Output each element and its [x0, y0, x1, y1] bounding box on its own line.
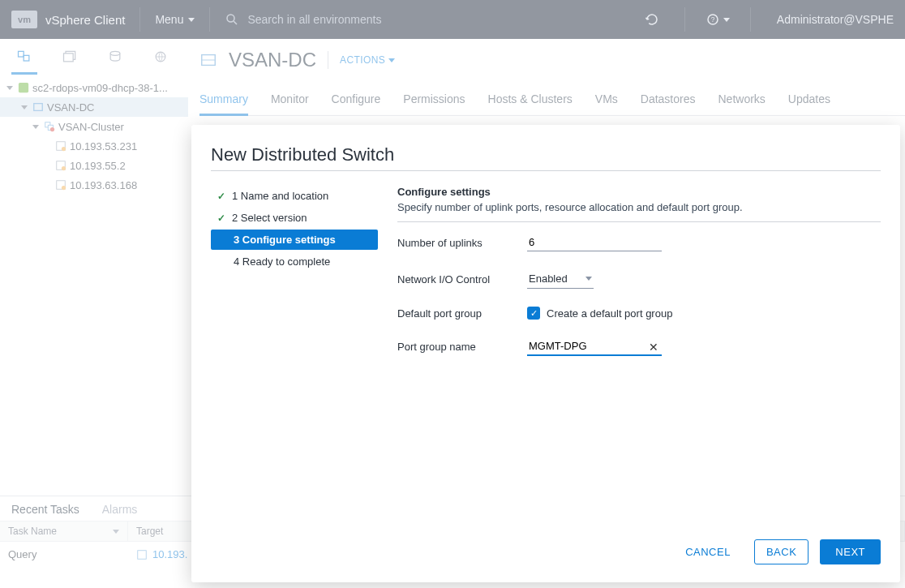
nioc-select[interactable]: Enabled	[527, 269, 594, 289]
modal-title: New Distributed Switch	[211, 144, 881, 171]
configure-settings-form: Configure settings Specify number of upl…	[397, 186, 881, 528]
label-uplinks: Number of uplinks	[397, 237, 527, 249]
cancel-button[interactable]: CANCEL	[673, 539, 743, 564]
row-nioc: Network I/O Control Enabled	[397, 269, 881, 289]
row-uplinks: Number of uplinks	[397, 234, 881, 251]
row-pg-name: Port group name ✕	[397, 337, 881, 356]
uplinks-input[interactable]	[527, 234, 662, 251]
modal-footer: CANCEL BACK NEXT	[191, 528, 900, 582]
step-select-version[interactable]: ✓ 2 Select version	[211, 208, 378, 228]
default-pg-checkbox[interactable]: ✓	[527, 307, 540, 320]
chevron-down-icon	[585, 277, 592, 281]
form-description: Specify number of uplink ports, resource…	[397, 201, 881, 222]
label-default-pg: Default port group	[397, 307, 527, 320]
row-default-pg: Default port group ✓ Create a default po…	[397, 307, 881, 320]
wizard-steps: ✓ 1 Name and location ✓ 2 Select version…	[211, 186, 378, 528]
port-group-name-input[interactable]	[527, 337, 662, 356]
back-button[interactable]: BACK	[754, 539, 808, 564]
label-nioc: Network I/O Control	[397, 273, 527, 285]
new-dswitch-modal: New Distributed Switch ✓ 1 Name and loca…	[191, 125, 900, 582]
label-pg-name: Port group name	[397, 341, 527, 353]
step-ready-complete[interactable]: 4 Ready to complete	[211, 251, 378, 272]
step-name-location[interactable]: ✓ 1 Name and location	[211, 186, 378, 206]
form-heading: Configure settings	[397, 186, 881, 198]
clear-icon[interactable]: ✕	[649, 341, 658, 354]
check-icon: ✓	[217, 191, 225, 202]
step-configure-settings[interactable]: 3 Configure settings	[211, 230, 378, 250]
check-icon: ✓	[217, 212, 225, 224]
next-button[interactable]: NEXT	[820, 539, 881, 564]
nioc-value: Enabled	[529, 273, 568, 285]
default-pg-check-label: Create a default port group	[547, 307, 672, 320]
